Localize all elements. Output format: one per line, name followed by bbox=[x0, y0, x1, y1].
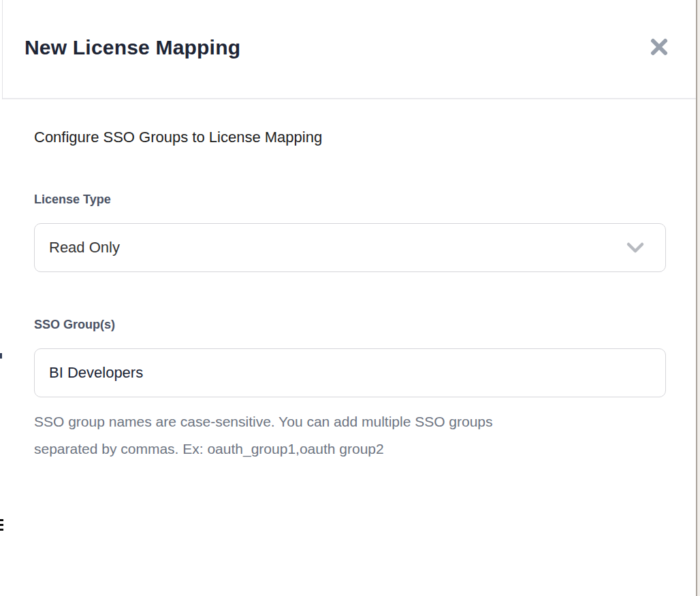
license-type-field-group: License Type Read Only bbox=[34, 192, 665, 272]
modal-header: New License Mapping bbox=[2, 0, 697, 99]
modal-left-border bbox=[2, 0, 3, 99]
license-type-select[interactable]: Read Only bbox=[34, 223, 666, 272]
license-type-label: License Type bbox=[34, 192, 665, 207]
close-icon bbox=[649, 37, 669, 57]
clipped-menu-icon bbox=[0, 519, 3, 533]
help-text-line: SSO group names are case-sensitive. You … bbox=[34, 408, 665, 435]
page-background: New License Mapping Configure SSO Groups… bbox=[0, 0, 700, 596]
license-type-selected-value: Read Only bbox=[49, 239, 120, 256]
chevron-down-icon bbox=[626, 242, 645, 254]
sso-groups-help-text: SSO group names are case-sensitive. You … bbox=[34, 408, 665, 463]
sso-groups-label: SSO Group(s) bbox=[34, 317, 665, 332]
sso-groups-input[interactable] bbox=[34, 348, 666, 397]
clipped-background-mark bbox=[0, 353, 2, 359]
new-license-mapping-modal: New License Mapping Configure SSO Groups… bbox=[2, 0, 697, 596]
modal-body: Configure SSO Groups to License Mapping … bbox=[2, 99, 697, 463]
modal-title: New License Mapping bbox=[25, 35, 669, 60]
modal-subtitle: Configure SSO Groups to License Mapping bbox=[34, 128, 665, 147]
close-button[interactable] bbox=[648, 35, 671, 59]
sso-groups-field-group: SSO Group(s) SSO group names are case-se… bbox=[34, 317, 665, 463]
help-text-line: separated by commas. Ex: oauth_group1,oa… bbox=[34, 435, 665, 463]
page-right-border bbox=[696, 0, 697, 596]
